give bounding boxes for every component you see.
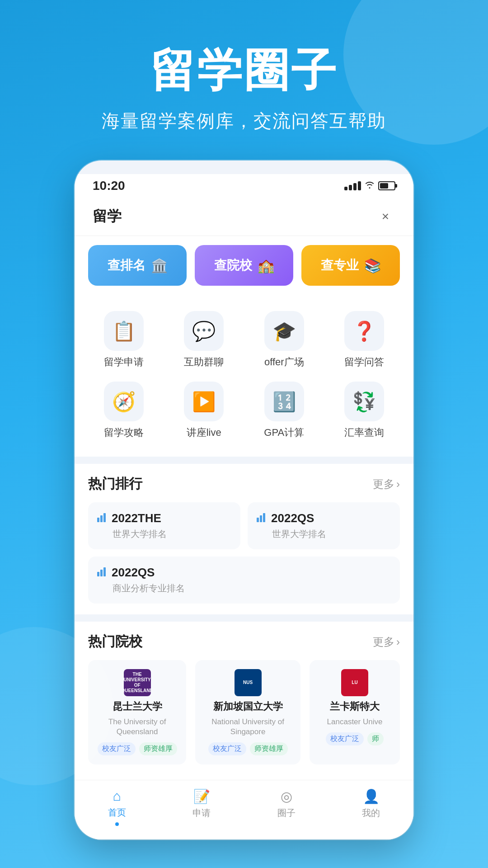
svg-rect-5: [263, 513, 265, 522]
offer-icon: 🎓: [264, 311, 304, 351]
icon-item-chat[interactable]: 💬 互助群聊: [172, 311, 235, 369]
svg-rect-6: [97, 572, 99, 576]
nav-item-apply[interactable]: 📝 申请: [160, 788, 244, 826]
schools-scroll: THEUNIVERSITYOFQUEENSLAND 昆士兰大学 The Univ…: [88, 660, 400, 769]
uq-tag-1: 校友广泛: [98, 742, 136, 755]
svg-rect-3: [257, 518, 259, 522]
home-label: 首页: [108, 807, 126, 819]
school-card-nus[interactable]: NUS 新加坡国立大学 National University of Singa…: [195, 660, 300, 764]
nav-active-dot: [115, 822, 119, 826]
nav-item-home[interactable]: ⌂ 首页: [75, 788, 160, 826]
svg-rect-0: [97, 518, 99, 522]
battery-icon: [378, 181, 395, 190]
close-button[interactable]: ×: [375, 207, 395, 226]
uq-tag-2: 师资雄厚: [139, 742, 177, 755]
mine-icon: 👤: [363, 788, 380, 804]
lu-tags: 校友广泛 师: [326, 732, 384, 745]
svg-rect-7: [100, 570, 103, 576]
ranking-header: 热门排行 更多 ›: [88, 475, 400, 493]
svg-rect-4: [260, 515, 262, 522]
ranking-the-sub: 世界大学排名: [97, 528, 231, 540]
bottom-nav: ⌂ 首页 📝 申请 ◎ 圈子 👤 我的: [75, 780, 413, 840]
uq-name-en: The University of Queensland: [95, 717, 179, 737]
icon-item-lecture[interactable]: ▶️ 讲座live: [172, 382, 235, 439]
mine-label: 我的: [362, 807, 380, 819]
nav-item-mine[interactable]: 👤 我的: [329, 788, 414, 826]
apply-icon: 📝: [193, 788, 210, 804]
lecture-label: 讲座live: [187, 426, 221, 439]
lu-tag-2: 师: [367, 732, 384, 745]
schools-more-button[interactable]: 更多 ›: [373, 635, 400, 649]
nus-logo: NUS: [235, 669, 262, 696]
qa-label: 留学问答: [344, 355, 384, 369]
svg-rect-1: [100, 515, 103, 522]
icon-item-exchange[interactable]: 💱 汇率查询: [333, 382, 396, 439]
uq-logo: THEUNIVERSITYOFQUEENSLAND: [124, 669, 151, 696]
qa-icon: ❓: [344, 311, 384, 351]
nus-name-cn: 新加坡国立大学: [213, 700, 283, 713]
gpa-label: GPA计算: [264, 426, 304, 439]
ranking-section-title: 热门排行: [88, 475, 142, 493]
hot-schools-section: 热门院校 更多 › THEUNIVERSITYOFQUEENSLAND 昆士兰大…: [75, 622, 413, 780]
nus-tag-1: 校友广泛: [208, 742, 246, 755]
school-card-uq[interactable]: THEUNIVERSITYOFQUEENSLAND 昆士兰大学 The Univ…: [88, 660, 186, 764]
ranking-the-name: 2022THE: [112, 511, 161, 525]
icon-item-application[interactable]: 📋 留学申请: [92, 311, 155, 369]
lu-logo: LU: [341, 669, 368, 696]
nus-tag-2: 师资雄厚: [250, 742, 288, 755]
icon-row-2: 🧭 留学攻略 ▶️ 讲座live 🔢 GPA计算 💱 汇率查询: [84, 382, 404, 439]
quick-btn-major[interactable]: 查专业 📚: [301, 245, 400, 286]
schools-section-title: 热门院校: [88, 632, 142, 651]
application-label: 留学申请: [104, 355, 144, 369]
major-label: 查专业: [321, 257, 359, 274]
hero-title: 留学圈子: [27, 45, 461, 95]
lu-tag-1: 校友广泛: [326, 732, 364, 745]
guide-label: 留学攻略: [104, 426, 144, 439]
uq-name-cn: 昆士兰大学: [113, 700, 162, 713]
app-header-title: 留学: [93, 207, 122, 226]
quick-btn-school[interactable]: 查院校 🏫: [195, 245, 293, 286]
ranking-grid: 2022THE 世界大学排名: [88, 502, 400, 604]
icon-item-offer[interactable]: 🎓 offer广场: [253, 311, 316, 369]
chat-icon: 💬: [184, 311, 224, 351]
ranking-item-qs-biz[interactable]: 2022QS 商业分析专业排名: [88, 557, 400, 604]
uq-tags: 校友广泛 师资雄厚: [98, 742, 177, 755]
schools-header: 热门院校 更多 ›: [88, 632, 400, 651]
ranking-qs-name: 2022QS: [271, 511, 314, 525]
quick-btn-ranking[interactable]: 查排名 🏛️: [88, 245, 187, 286]
apply-label: 申请: [192, 807, 211, 819]
status-icons: [344, 180, 395, 192]
icon-row-1: 📋 留学申请 💬 互助群聊 🎓 offer广场 ❓ 留学问答: [84, 311, 404, 369]
nav-item-circle[interactable]: ◎ 圈子: [244, 788, 329, 826]
icon-item-gpa[interactable]: 🔢 GPA计算: [253, 382, 316, 439]
ranking-qs-biz-name: 2022QS: [112, 566, 155, 580]
icon-item-guide[interactable]: 🧭 留学攻略: [92, 382, 155, 439]
circle-label: 圈子: [277, 807, 296, 819]
school-card-lu[interactable]: LU 兰卡斯特大 Lancaster Unive 校友广泛 师: [310, 660, 400, 764]
ranking-qs-biz-sub: 商业分析专业排名: [97, 582, 391, 594]
ranking-emoji: 🏛️: [151, 258, 168, 274]
wifi-icon: [365, 180, 375, 192]
ranking-item-qs[interactable]: 2022QS 世界大学排名: [248, 502, 400, 549]
hero-subtitle: 海量留学案例库，交流问答互帮助: [27, 108, 461, 133]
major-emoji: 📚: [364, 258, 381, 274]
hot-ranking-section: 热门排行 更多 ›: [75, 464, 413, 614]
school-label: 查院校: [214, 257, 252, 274]
nus-name-en: National University of Singapore: [202, 717, 293, 737]
nus-tags: 校友广泛 师资雄厚: [208, 742, 288, 755]
ranking-qs-sub: 世界大学排名: [257, 528, 391, 540]
icon-item-qa[interactable]: ❓ 留学问答: [333, 311, 396, 369]
status-time: 10:20: [93, 179, 125, 193]
lecture-icon: ▶️: [184, 382, 224, 421]
ranking-item-the[interactable]: 2022THE 世界大学排名: [88, 502, 240, 549]
ranking-bar-icon-2: [257, 512, 267, 525]
circle-icon: ◎: [281, 788, 292, 804]
signal-icon: [344, 181, 361, 190]
ranking-bar-icon-3: [97, 566, 107, 579]
lu-name-cn: 兰卡斯特大: [330, 700, 380, 713]
svg-rect-2: [103, 513, 106, 522]
chat-label: 互助群聊: [184, 355, 224, 369]
ranking-more-button[interactable]: 更多 ›: [373, 477, 400, 491]
application-icon: 📋: [104, 311, 144, 351]
offer-label: offer广场: [264, 355, 304, 369]
